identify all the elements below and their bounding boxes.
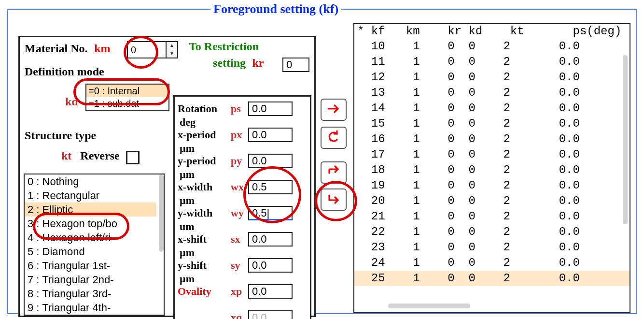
param-input-sx[interactable] [248,232,293,246]
structure-type-item[interactable]: 4 : Hexagon left/ri [25,231,156,245]
param-row: x-shiftsxµm [178,232,310,249]
param-unit: µm [180,194,203,207]
table-row[interactable]: 23 1 0 0 2 0.0 [354,240,630,255]
definition-mode-code: kd [65,95,78,108]
table-row[interactable]: 17 1 0 0 2 0.0 [354,147,630,162]
structure-type-item[interactable]: 5 : Diamond [25,245,156,259]
reverse-checkbox[interactable] [126,151,140,164]
table-horizontal-scrollbar[interactable] [388,304,470,308]
param-row: y-shiftsyµm [178,258,310,276]
structure-type-item[interactable]: 2 : Elliptic [25,203,156,217]
table-row[interactable]: 22 1 0 0 2 0.0 [354,224,630,240]
param-unit: um [180,220,203,233]
table-row[interactable]: 11 1 0 0 2 0.0 [354,54,630,70]
foreground-setting-panel: Foreground setting (kf) Material No. km … [7,2,637,314]
insert-down-button[interactable] [321,188,347,211]
param-input-py[interactable] [248,154,293,168]
spinner-up-icon[interactable]: ▲ [167,42,177,50]
param-row: y-periodpyµm [178,154,310,171]
param-label: x-period [178,129,231,141]
param-unit: µm [180,142,203,155]
param-code: sy [231,259,248,272]
param-input-wx[interactable] [248,180,293,194]
param-input-xq[interactable] [248,310,293,319]
param-row: x-periodpxµm [178,128,310,145]
restriction-label2: setting [213,57,246,69]
param-code: wx [231,181,248,193]
param-code: wy [231,207,248,219]
structure-type-code: kt [61,149,71,162]
table-row[interactable]: 12 1 0 0 2 0.0 [354,70,630,85]
table-row[interactable]: 18 1 0 0 2 0.0 [354,162,630,178]
param-row: Ovalityxp [178,284,310,302]
param-label: y-period [178,155,231,167]
structure-type-item[interactable]: 8 : Triangular 3rd- [25,287,156,301]
param-code: px [231,129,248,141]
definition-mode-item[interactable]: =1 : sub.dat [86,97,168,110]
apply-right-button[interactable] [321,99,347,121]
structure-list-scrollbar[interactable] [159,174,164,252]
table-row[interactable]: 20 1 0 0 2 0.0 [354,193,630,209]
structure-type-item[interactable]: 6 : Triangular 1st- [25,259,156,273]
restriction-code: kr [252,57,264,69]
material-input[interactable] [128,42,166,58]
structure-type-list[interactable]: 0 : Nothing1 : Rectangular2 : Elliptic3 … [24,174,165,316]
param-row: y-widthwyum [178,206,310,223]
material-spinner: ▲ ▼ [127,41,178,58]
definition-mode-item[interactable]: =0 : Internal [86,85,168,97]
param-input-ps[interactable] [248,102,293,116]
table-row[interactable]: 16 1 0 0 2 0.0 [354,131,630,147]
param-input-sy[interactable] [248,258,293,273]
param-unit: µm [180,168,203,181]
param-code: xq [231,311,248,319]
structure-type-item[interactable]: 9 : Triangular 4th- [25,301,156,315]
table-row[interactable]: 21 1 0 0 2 0.0 [354,209,630,224]
panel-title: Foreground setting (kf) [210,2,341,16]
structure-type-item[interactable]: 3 : Hexagon top/bo [25,217,156,231]
material-code: km [94,42,110,55]
param-label: x-width [178,181,231,193]
skip-button[interactable] [321,161,347,184]
material-label: Material No. [25,42,88,55]
structure-type-item[interactable]: 1 : Rectangular [25,188,156,203]
arrow-right-icon [326,102,341,116]
restriction-input[interactable] [282,58,309,72]
foreground-table: * kf km kr kd kt ps(deg) 10 1 0 0 2 0.0 … [353,23,630,313]
param-label: Ovality [178,285,231,298]
param-row: Rotationpsdeg [178,102,310,119]
arrow-skip-icon [326,164,341,179]
table-row[interactable]: 25 1 0 0 2 0.0 [354,271,630,286]
param-row: xq [178,310,310,319]
structure-type-item[interactable]: 0 : Nothing [25,174,156,188]
param-label: y-width [178,207,231,219]
param-label: y-shift [178,259,231,272]
table-vertical-scrollbar[interactable] [623,55,628,224]
table-row[interactable]: 13 1 0 0 2 0.0 [354,85,630,101]
structure-type-label: Structure type [25,129,96,142]
arrow-loop-icon [326,130,341,144]
param-code: xp [231,285,248,298]
structure-type-item[interactable]: 7 : Triangular 2nd- [25,273,156,287]
definition-mode-label: Definition mode [25,65,104,78]
spinner-down-icon[interactable]: ▼ [167,50,177,58]
param-code: sx [231,233,248,246]
param-label: Rotation [178,102,231,115]
table-row[interactable]: 14 1 0 0 2 0.0 [354,101,630,116]
table-row[interactable]: 24 1 0 0 2 0.0 [354,255,630,271]
param-unit: µm [180,273,203,285]
table-row[interactable]: 19 1 0 0 2 0.0 [354,178,630,193]
param-input-xp[interactable] [248,284,293,299]
param-input-wy[interactable] [248,206,293,220]
param-input-px[interactable] [248,128,293,142]
arrow-insert-icon [326,191,341,206]
param-row: x-widthwxµm [178,180,310,197]
table-row[interactable]: 15 1 0 0 2 0.0 [354,116,630,131]
parameters-panel: Rotationpsdegx-periodpxµmy-periodpyµmx-w… [173,95,311,319]
table-header: * kf km kr kd kt ps(deg) [354,24,630,39]
definition-mode-list[interactable]: =0 : Internal=1 : sub.dat [85,84,169,111]
param-unit: deg [180,116,203,129]
param-code: ps [231,102,248,115]
table-row[interactable]: 10 1 0 0 2 0.0 [354,39,630,54]
restriction-label1: To Restriction [189,40,259,53]
loop-button[interactable] [321,127,347,149]
